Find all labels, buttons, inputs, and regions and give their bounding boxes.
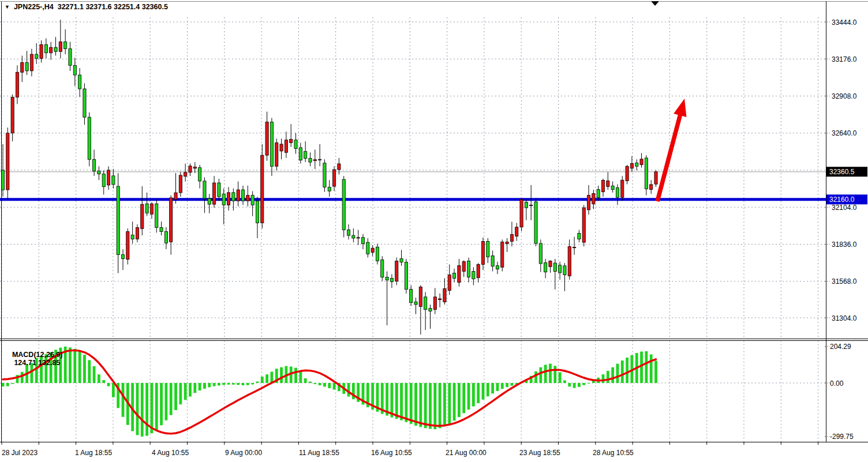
bullish-candle <box>290 140 293 143</box>
macd-histogram-bar <box>477 383 480 403</box>
bullish-candle <box>443 288 446 302</box>
macd-histogram-bar <box>453 383 456 420</box>
time-axis-label: 28 Jul 2023 <box>2 449 38 457</box>
macd-histogram-bar <box>227 383 230 385</box>
bearish-candle <box>386 277 388 280</box>
chart-shift-marker[interactable] <box>651 1 659 6</box>
macd-histogram-bar <box>626 358 628 383</box>
bearish-candle <box>487 241 489 257</box>
macd-histogram-bar <box>164 383 167 420</box>
time-axis-label: 11 Aug 18:55 <box>299 449 339 457</box>
current-price-badge-label: 32360.5 <box>829 168 855 176</box>
macd-histogram-bar <box>650 354 653 383</box>
bearish-candle <box>611 186 614 189</box>
macd-histogram-bar <box>184 383 187 400</box>
macd-histogram-bar <box>573 383 576 388</box>
bearish-candle <box>553 263 556 271</box>
trend-arrow-shaft[interactable] <box>657 112 681 201</box>
bullish-candle <box>515 227 518 236</box>
macd-histogram-bar <box>511 383 514 386</box>
bearish-candle <box>381 260 384 277</box>
bullish-candle <box>477 264 480 277</box>
bearish-candle <box>342 179 345 230</box>
bullish-candle <box>179 175 182 193</box>
bullish-candle <box>40 44 43 58</box>
bearish-candle <box>299 148 302 160</box>
bullish-candle <box>332 170 335 186</box>
bearish-candle <box>270 122 273 167</box>
bullish-candle <box>510 234 513 241</box>
macd-histogram-bar <box>414 383 417 426</box>
symbol-dropdown-icon[interactable]: ▼ <box>5 3 10 10</box>
bullish-candle <box>650 185 653 190</box>
bearish-candle <box>563 266 566 275</box>
bullish-candle <box>640 159 643 165</box>
macd-histogram-bar <box>265 374 268 383</box>
bearish-candle <box>208 198 211 204</box>
bullish-candle <box>357 238 360 238</box>
macd-histogram-bar <box>462 383 465 413</box>
bullish-candle <box>237 190 240 201</box>
macd-histogram-bar <box>544 365 547 383</box>
bearish-candle <box>597 190 600 198</box>
macd-histogram-bar <box>88 360 91 383</box>
macd-histogram-bar <box>122 383 125 417</box>
bullish-candle <box>419 287 422 307</box>
bearish-candle <box>256 201 259 223</box>
macd-histogram-bar <box>501 383 504 389</box>
macd-histogram-bar <box>347 383 350 397</box>
bearish-candle <box>424 297 427 310</box>
macd-histogram-bar <box>654 360 657 383</box>
bullish-candle <box>280 144 283 151</box>
trend-arrow-head[interactable] <box>674 99 686 117</box>
macd-histogram-bar <box>467 383 470 410</box>
macd-histogram-bar <box>208 383 211 387</box>
bearish-candle <box>400 258 403 262</box>
bearish-candle <box>112 176 115 185</box>
bearish-candle <box>414 302 417 305</box>
macd-histogram-bar <box>448 383 451 424</box>
chart-title: ▼ JPN225-,H4 32271.1 32371.6 32251.4 323… <box>5 3 168 11</box>
bearish-candle <box>98 171 100 174</box>
macd-histogram-bar <box>83 355 86 383</box>
bullish-candle <box>275 143 278 167</box>
bearish-candle <box>164 231 167 243</box>
bearish-candle <box>117 186 119 254</box>
time-axis-label: 1 Aug 18:55 <box>75 449 112 457</box>
price-axis-label: 32104.0 <box>832 204 857 212</box>
bullish-candle <box>587 196 590 210</box>
bullish-candle <box>11 97 14 133</box>
macd-histogram-bar <box>160 383 163 425</box>
macd-histogram-bar <box>246 383 249 385</box>
chart-canvas[interactable]: 33444.033176.032908.032640.032104.031836… <box>0 0 868 462</box>
bullish-candle <box>338 164 341 170</box>
bearish-candle <box>78 75 81 89</box>
macd-histogram-bar <box>242 383 245 385</box>
bullish-candle <box>626 166 628 181</box>
bullish-candle <box>458 265 461 282</box>
macd-histogram-bar <box>410 383 413 424</box>
macd-axis-label: -299.75 <box>830 433 854 441</box>
macd-name: MACD(12,26,9) <box>12 351 63 359</box>
ohlc-readout: 32271.1 32371.6 32251.4 32360.5 <box>58 3 168 11</box>
macd-histogram-bar <box>2 383 5 386</box>
macd-histogram-bar <box>582 383 585 385</box>
bearish-candle <box>222 194 225 205</box>
bullish-candle <box>607 181 609 186</box>
time-axis-label: 9 Aug 00:00 <box>225 449 262 457</box>
bearish-candle <box>635 163 638 166</box>
bullish-candle <box>227 193 230 205</box>
bearish-candle <box>347 230 350 236</box>
bearish-candle <box>218 183 220 197</box>
macd-histogram-bar <box>616 364 619 383</box>
macd-histogram-bar <box>458 383 461 417</box>
macd-histogram-bar <box>602 374 605 383</box>
macd-histogram-bar <box>304 378 307 383</box>
macd-histogram-bar <box>93 366 96 383</box>
bearish-candle <box>467 261 470 277</box>
bullish-candle <box>6 133 9 190</box>
bearish-candle <box>405 262 407 289</box>
macd-histogram-bar <box>261 377 264 383</box>
macd-axis-label: 0.00 <box>830 380 844 388</box>
macd-histogram-bar <box>6 383 9 386</box>
